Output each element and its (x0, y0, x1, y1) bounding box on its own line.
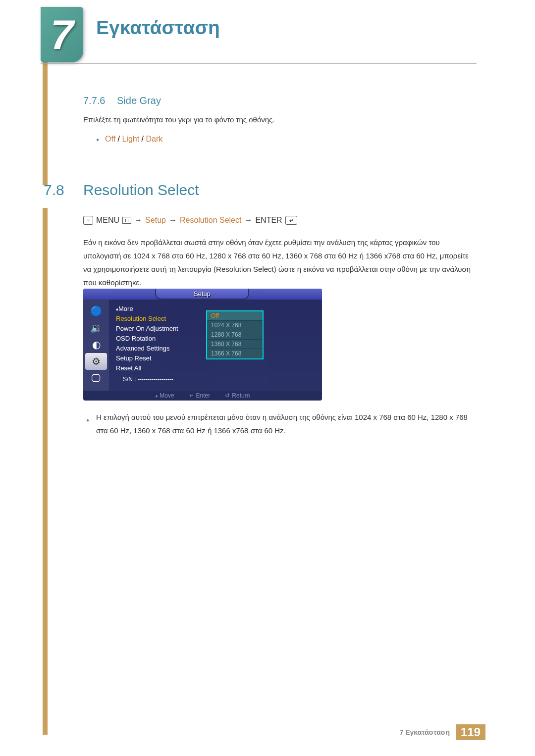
section-78-paragraph: Εάν η εικόνα δεν προβάλλεται σωστά στην … (83, 236, 476, 289)
option-off: Off (105, 135, 115, 143)
osd-icon-picture: 🔵 (83, 302, 109, 319)
header-divider (41, 63, 477, 64)
osd-hint-move: Move (156, 392, 174, 399)
section-78-note: ● Η επιλογή αυτού του μενού επιτρέπεται … (96, 410, 481, 437)
section-title-776: Side Gray (117, 95, 161, 106)
osd-option-1280: 1280 X 768 (207, 330, 263, 340)
osd-icon-brightness: ◐ (83, 336, 109, 353)
footer-page-number: 119 (456, 724, 485, 740)
osd-hint-enter: Enter (189, 392, 211, 399)
document-page: 7 Εγκατάσταση 7.7.6 Side Gray Επιλέξτε τ… (0, 0, 535, 756)
section-776-description: Επιλέξτε τη φωτεινότητα του γκρι για το … (83, 115, 275, 124)
section-title-78: Resolution Select (83, 182, 199, 199)
osd-footer-hints: Move Enter Return (83, 391, 322, 401)
arrow-icon: → (134, 216, 142, 225)
note-text: Η επιλογή αυτού του μενού επιτρέπεται μό… (96, 413, 468, 435)
osd-menu-list: More Resolution Select Power On Adjustme… (109, 300, 322, 391)
osd-titlebar: Setup (83, 289, 322, 300)
chapter-number: 7 (51, 11, 74, 59)
osd-serial-number: S/N : ------------------ (116, 376, 322, 383)
osd-resolution-options: Off 1024 X 768 1280 X 768 1360 X 768 136… (206, 310, 264, 359)
osd-title-tab: Setup (155, 289, 249, 300)
nav-enter: ENTER (255, 216, 282, 225)
osd-icon-sound: 🔉 (83, 319, 109, 336)
option-light: Light (122, 135, 139, 143)
remote-hand-icon: ☟ (83, 216, 93, 225)
nav-menu: MENU (96, 216, 119, 225)
arrow-icon: → (244, 216, 252, 225)
osd-body: 🔵 🔉 ◐ ⚙ 🖵 More Resolution Select Power O… (83, 300, 322, 391)
nav-resolution-select: Resolution Select (180, 216, 242, 225)
sn-value: ------------------ (138, 376, 173, 383)
osd-option-1024: 1024 X 768 (207, 321, 263, 330)
osd-option-off: Off (207, 311, 263, 321)
bullet-dot-icon: ● (96, 137, 99, 142)
enter-key-icon: ↵ (285, 216, 297, 225)
sn-label: S/N : (123, 376, 136, 383)
chapter-title: Εγκατάσταση (96, 17, 220, 39)
footer-chapter-label: 7 Εγκατάσταση (400, 728, 450, 736)
osd-option-1366: 1366 X 768 (207, 349, 263, 358)
option-dark: Dark (146, 135, 162, 143)
arrow-icon: → (169, 216, 177, 225)
chapter-number-tab: 7 (41, 7, 83, 62)
section-number-78: 7.8 (44, 182, 64, 199)
osd-hint-return: Return (225, 392, 250, 399)
page-footer: 7 Εγκατάσταση 119 (43, 724, 485, 740)
menu-navigation-path: ☟ MENU → Setup → Resolution Select → ENT… (83, 216, 297, 225)
left-margin-strip (43, 7, 48, 735)
section-number-776: 7.7.6 (83, 95, 105, 106)
bullet-dot-icon: ● (86, 413, 89, 427)
osd-icon-setup: ⚙ (85, 353, 107, 370)
nav-setup: Setup (145, 216, 166, 225)
osd-sidebar: 🔵 🔉 ◐ ⚙ 🖵 (83, 300, 109, 391)
osd-icon-multi: 🖵 (83, 370, 109, 387)
menu-bars-icon (122, 217, 131, 224)
osd-option-1360: 1360 X 768 (207, 340, 263, 349)
side-gray-options: ● Off / Light / Dark (96, 135, 162, 144)
osd-item-reset-all: Reset All (116, 363, 322, 373)
osd-screenshot: Setup 🔵 🔉 ◐ ⚙ 🖵 More Resolution Select P… (83, 289, 322, 401)
options-text: Off / Light / Dark (105, 135, 162, 144)
